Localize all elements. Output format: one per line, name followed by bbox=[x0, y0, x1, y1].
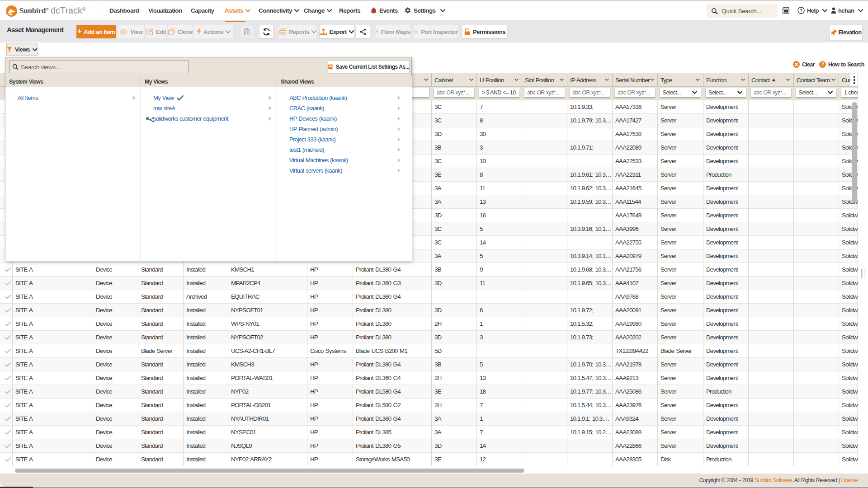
svg-text:?: ? bbox=[800, 8, 802, 13]
svg-text:?: ? bbox=[821, 61, 824, 67]
